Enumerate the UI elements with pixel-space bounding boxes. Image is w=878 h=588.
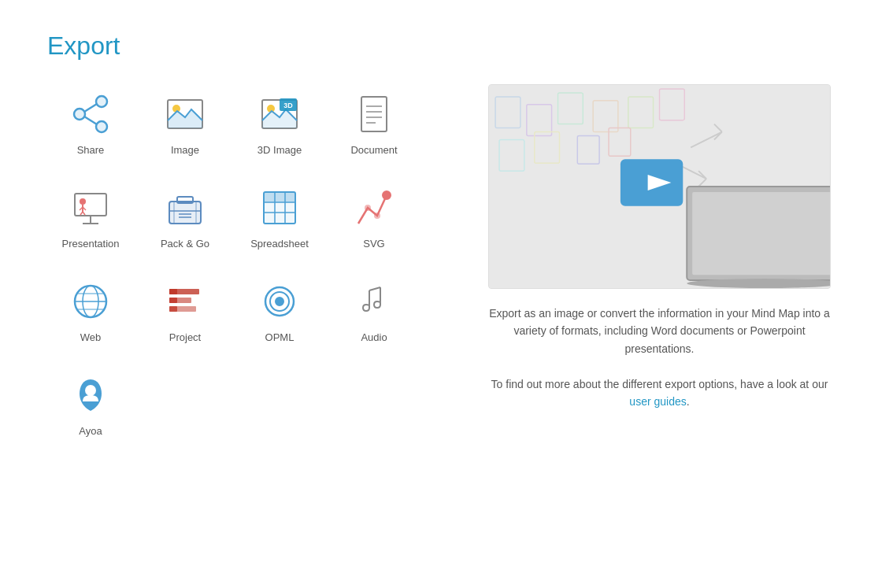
document-label: Document: [350, 144, 397, 156]
audio-icon: [350, 278, 398, 325]
export-item-project[interactable]: Project: [142, 272, 228, 349]
presentation-label: Presentation: [62, 238, 120, 250]
ayoa-label: Ayoa: [79, 425, 102, 437]
svg-rect-43: [275, 192, 285, 202]
export-item-spreadsheet[interactable]: Spreadsheet: [236, 178, 323, 256]
document-icon: [350, 91, 398, 138]
svg-point-7: [74, 109, 85, 120]
3d-image-label: 3D Image: [257, 144, 302, 156]
description-text: Export as an image or convert the inform…: [488, 305, 831, 410]
svg-line-64: [369, 287, 380, 290]
description-line1: Export as an image or convert the inform…: [488, 305, 831, 357]
export-item-ayoa[interactable]: Ayoa: [47, 365, 134, 443]
svg-rect-59: [169, 306, 177, 312]
svg-rect-44: [285, 192, 295, 202]
pack-go-icon: [161, 184, 209, 231]
spreadsheet-icon: [256, 184, 303, 231]
preview-image[interactable]: [488, 84, 831, 289]
svg-point-65: [85, 385, 96, 396]
web-label: Web: [80, 331, 102, 343]
export-item-svg[interactable]: SVG: [331, 178, 417, 256]
export-item-3d-image[interactable]: 3D 3D Image: [236, 84, 323, 162]
pack-go-label: Pack & Go: [161, 238, 209, 250]
svg-point-6: [96, 121, 107, 132]
svg-rect-57: [169, 289, 177, 294]
svg-label: SVG: [363, 238, 384, 250]
svg-line-3: [84, 104, 97, 112]
user-guides-link[interactable]: user guides: [629, 395, 686, 408]
svg-point-47: [374, 213, 380, 219]
audio-label: Audio: [361, 331, 387, 343]
svg-point-22: [80, 198, 86, 205]
project-icon: [161, 278, 209, 325]
project-label: Project: [169, 331, 201, 343]
svg-rect-19: [75, 194, 106, 216]
svg-point-5: [96, 96, 107, 107]
opml-label: OPML: [265, 331, 295, 343]
3d-image-icon: 3D: [256, 91, 303, 138]
export-item-share[interactable]: Share: [47, 84, 134, 162]
share-icon: [67, 91, 114, 138]
export-item-image[interactable]: Image: [142, 84, 228, 162]
svg-point-48: [365, 205, 371, 211]
svg-rect-14: [361, 97, 387, 131]
description-line2: To find out more about the different exp…: [488, 375, 831, 411]
ayoa-icon: [67, 372, 114, 419]
image-label: Image: [171, 144, 199, 156]
svg-line-4: [84, 116, 97, 124]
svg-rect-42: [264, 192, 275, 202]
svg-line-27: [83, 212, 85, 215]
content-area: Share Image: [47, 84, 831, 443]
svg-text:3D: 3D: [283, 102, 293, 109]
left-panel: Share Image: [47, 84, 457, 443]
right-panel: Export as an image or convert the inform…: [488, 84, 831, 443]
export-item-web[interactable]: Web: [47, 272, 134, 349]
export-item-opml[interactable]: OPML: [236, 272, 323, 349]
presentation-icon: [67, 184, 114, 231]
page-title: Export: [47, 31, 831, 61]
export-page: Export: [0, 0, 878, 475]
svg-rect-58: [169, 298, 177, 303]
share-label: Share: [77, 144, 105, 156]
opml-icon: [256, 278, 303, 325]
export-item-presentation[interactable]: Presentation: [47, 178, 134, 256]
export-item-audio[interactable]: Audio: [331, 272, 417, 349]
image-icon: [161, 91, 209, 138]
svg-icon: [350, 184, 398, 231]
export-grid: Share Image: [47, 84, 457, 443]
export-item-pack-go[interactable]: Pack & Go: [142, 178, 228, 256]
web-icon: [67, 278, 114, 325]
export-item-document[interactable]: Document: [331, 84, 417, 162]
svg-rect-80: [692, 192, 830, 275]
spreadsheet-label: Spreadsheet: [250, 238, 309, 250]
